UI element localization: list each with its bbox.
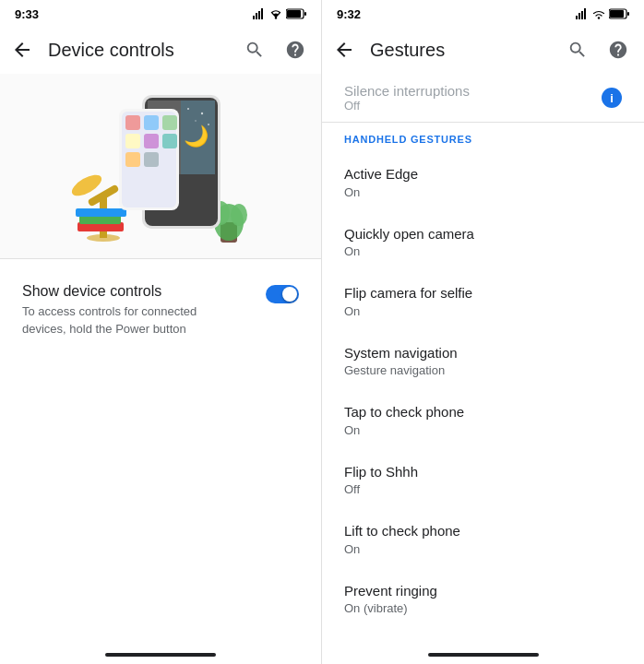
gesture-title: System navigation [344, 344, 622, 362]
search-icon [244, 40, 265, 60]
help-icon [285, 40, 305, 60]
left-panel: 9:33 De [0, 0, 322, 664]
wifi-icon [269, 9, 282, 19]
gesture-sub: Gesture navigation [344, 363, 622, 377]
right-wifi-icon [592, 9, 605, 19]
svg-rect-2 [258, 11, 260, 19]
gesture-sub: On [344, 542, 622, 556]
gesture-item-flip-camera-selfie[interactable]: Flip camera for selfie On [322, 271, 644, 331]
gesture-item-tap-to-check-phone[interactable]: Tap to check phone On [322, 390, 644, 450]
left-page-title: Device controls [48, 40, 236, 61]
left-search-button[interactable] [236, 31, 273, 68]
gesture-title: Flip camera for selfie [344, 284, 622, 302]
svg-rect-7 [304, 12, 306, 16]
right-help-button[interactable] [600, 31, 637, 68]
left-top-bar: Device controls [0, 26, 321, 74]
svg-rect-39 [578, 13, 580, 19]
svg-rect-38 [576, 16, 578, 19]
gesture-item-active-edge[interactable]: Active Edge On [322, 152, 644, 212]
gesture-title: Active Edge [344, 165, 622, 184]
svg-rect-33 [144, 152, 159, 167]
right-search-button[interactable] [559, 31, 596, 68]
left-back-button[interactable] [4, 31, 41, 68]
right-search-icon [567, 40, 588, 60]
setting-title: Show device controls [22, 281, 266, 302]
right-back-arrow-icon [333, 39, 355, 61]
gesture-sub: On (vibrate) [344, 601, 622, 615]
gesture-sub: On [344, 423, 622, 437]
back-arrow-icon [11, 39, 33, 61]
right-time: 9:32 [337, 7, 361, 21]
svg-point-35 [201, 112, 203, 113]
svg-point-42 [598, 17, 600, 18]
svg-rect-28 [162, 115, 177, 130]
device-controls-illustration: 🌙 [59, 86, 262, 247]
signal-icon [253, 8, 266, 19]
right-top-actions [559, 31, 637, 68]
gesture-sub: On [344, 185, 622, 199]
svg-text:🌙: 🌙 [184, 124, 209, 148]
right-help-icon [608, 40, 628, 60]
show-device-controls-item[interactable]: Show device controls To access controls … [22, 274, 299, 345]
battery-icon [286, 8, 306, 19]
svg-point-18 [231, 204, 247, 226]
right-back-button[interactable] [326, 31, 363, 68]
svg-point-4 [275, 17, 277, 18]
gesture-item-prevent-ringing[interactable]: Prevent ringing On (vibrate) [322, 569, 644, 629]
left-top-actions [236, 31, 314, 68]
gesture-item-flip-to-shhh[interactable]: Flip to Shhh Off [322, 450, 644, 510]
gesture-sub: On [344, 244, 622, 258]
gesture-title: Quickly open camera [344, 225, 622, 243]
silence-interruptions-item[interactable]: Silence interruptions Off i [322, 74, 644, 123]
silence-text: Silence interruptions Off [344, 83, 470, 113]
right-signal-icon [576, 8, 589, 19]
handheld-gestures-label: HANDHELD GESTURES [322, 123, 644, 152]
svg-rect-44 [610, 10, 624, 18]
svg-point-34 [187, 108, 189, 110]
gesture-item-quickly-open-camera[interactable]: Quickly open camera On [322, 212, 644, 272]
left-time: 9:33 [15, 7, 39, 21]
right-top-bar: Gestures [322, 26, 644, 74]
gesture-title: Power menu [344, 641, 622, 642]
svg-point-36 [195, 120, 197, 122]
left-status-icons [253, 8, 306, 19]
settings-section: Show device controls To access controls … [0, 258, 321, 360]
right-battery-icon [609, 8, 629, 19]
svg-rect-45 [627, 12, 629, 16]
svg-rect-3 [261, 8, 263, 19]
gesture-title: Prevent ringing [344, 582, 622, 600]
gestures-list: Silence interruptions Off i HANDHELD GES… [322, 74, 644, 642]
svg-rect-31 [162, 134, 177, 148]
setting-desc: To access controls for connected devices… [22, 303, 225, 337]
info-icon[interactable]: i [602, 88, 622, 108]
svg-point-37 [208, 124, 209, 125]
svg-rect-6 [287, 10, 301, 18]
setting-text: Show device controls To access controls … [22, 281, 266, 338]
gesture-item-system-navigation[interactable]: System navigation Gesture navigation [322, 331, 644, 391]
gesture-item-lift-to-check-phone[interactable]: Lift to check phone On [322, 509, 644, 569]
gesture-sub: Off [344, 482, 622, 496]
left-nav-indicator [105, 653, 216, 657]
silence-title: Silence interruptions [344, 83, 470, 99]
right-nav-indicator [428, 653, 539, 657]
left-help-button[interactable] [277, 31, 314, 68]
gesture-sub: On [344, 304, 622, 318]
svg-rect-41 [584, 8, 586, 19]
silence-sub: Off [344, 99, 470, 113]
svg-rect-26 [125, 115, 140, 130]
show-device-controls-toggle[interactable] [266, 285, 299, 303]
svg-rect-40 [581, 11, 583, 19]
gesture-item-power-menu[interactable]: Power menu Show cards, passes, and devic… [322, 628, 644, 642]
gesture-title: Lift to check phone [344, 522, 622, 540]
right-status-bar: 9:32 [322, 0, 644, 26]
svg-rect-0 [253, 16, 255, 19]
right-page-title: Gestures [370, 40, 559, 61]
right-panel: 9:32 Gestures [322, 0, 644, 664]
svg-rect-29 [125, 134, 140, 148]
svg-rect-32 [125, 152, 140, 167]
left-status-bar: 9:33 [0, 0, 321, 26]
gesture-title: Flip to Shhh [344, 463, 622, 481]
svg-rect-14 [76, 208, 126, 217]
svg-rect-27 [144, 115, 159, 130]
right-status-icons [576, 8, 629, 19]
